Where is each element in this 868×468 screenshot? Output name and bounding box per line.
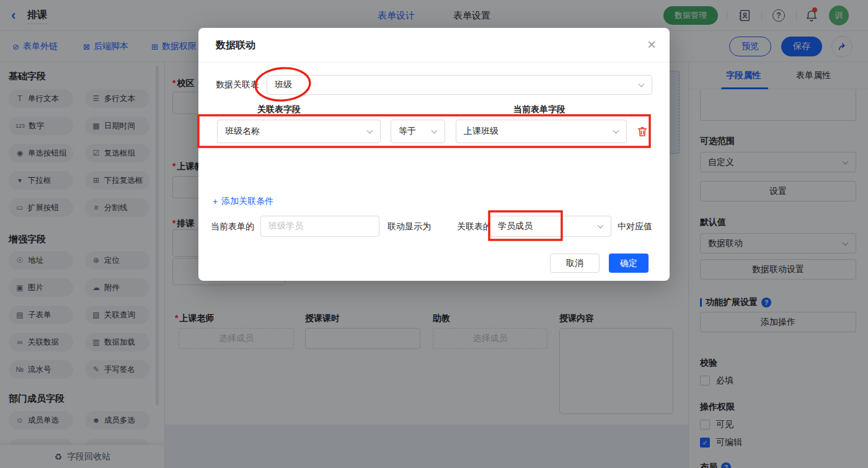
column-header-related-field: 关联表字段 — [223, 104, 335, 115]
related-table-select[interactable]: 班级 — [267, 75, 652, 95]
confirm-button[interactable]: 确定 — [609, 254, 649, 273]
mapping-rel-prefix-label: 关联表的 — [457, 221, 492, 232]
condition-field-select[interactable]: 班级名称 — [217, 120, 381, 143]
column-header-current-field: 当前表单字段 — [484, 104, 595, 115]
cancel-button[interactable]: 取消 — [550, 254, 600, 273]
data-linkage-modal: 数据联动 × 数据关联表 班级 关联表字段 当前表单字段 班级名称 等于 上课班… — [198, 28, 670, 281]
plus-icon: + — [213, 196, 218, 206]
modal-header: 数据联动 × — [198, 28, 670, 63]
related-table-label: 数据关联表 — [216, 79, 259, 91]
chevron-down-icon — [639, 81, 645, 87]
condition-target-select[interactable]: 上课班级 — [456, 120, 627, 143]
mapping-middle-label: 联动显示为 — [388, 221, 431, 232]
related-field-select[interactable]: 学员成员 — [490, 216, 611, 237]
chevron-down-icon — [432, 128, 438, 134]
current-field-input[interactable]: 班级学员 — [260, 216, 379, 237]
page: ‹ 排课 表单设计 表单设置 数据管理 ? 训 — [0, 0, 868, 468]
delete-condition-icon[interactable] — [636, 125, 649, 140]
mapping-suffix-label: 中对应值 — [618, 221, 652, 232]
chevron-down-icon — [598, 223, 604, 229]
add-condition-link[interactable]: + 添加关联条件 — [213, 196, 273, 207]
chevron-down-icon — [613, 128, 619, 134]
chevron-down-icon — [367, 128, 373, 134]
modal-title: 数据联动 — [216, 39, 255, 52]
mapping-prefix-label: 当前表单的 — [211, 221, 254, 232]
close-icon[interactable]: × — [647, 37, 656, 53]
condition-operator-select[interactable]: 等于 — [391, 120, 445, 143]
